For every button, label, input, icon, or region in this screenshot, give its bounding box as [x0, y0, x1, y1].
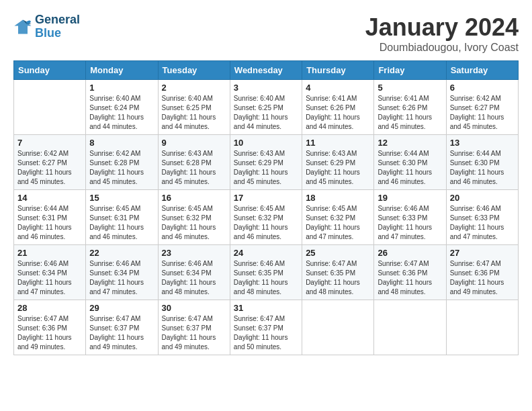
day-info: Sunrise: 6:46 AMSunset: 6:34 PMDaylight:…	[162, 259, 226, 297]
day-number: 6	[450, 83, 515, 93]
day-number: 20	[450, 193, 515, 203]
day-info: Sunrise: 6:44 AMSunset: 6:30 PMDaylight:…	[450, 149, 515, 187]
logo-text: General Blue	[35, 13, 80, 40]
calendar-cell: 25Sunrise: 6:47 AMSunset: 6:35 PMDayligh…	[302, 245, 374, 300]
location: Doumbiadougou, Ivory Coast	[365, 42, 519, 54]
day-info: Sunrise: 6:44 AMSunset: 6:30 PMDaylight:…	[378, 149, 442, 187]
day-number: 31	[234, 303, 298, 313]
day-info: Sunrise: 6:47 AMSunset: 6:37 PMDaylight:…	[89, 314, 154, 352]
day-number: 9	[162, 138, 226, 148]
week-row-1: 1Sunrise: 6:40 AMSunset: 6:24 PMDaylight…	[14, 80, 519, 135]
day-number: 7	[17, 138, 82, 148]
day-number: 29	[89, 303, 154, 313]
day-number: 30	[162, 303, 226, 313]
calendar-cell: 11Sunrise: 6:43 AMSunset: 6:29 PMDayligh…	[302, 135, 374, 190]
day-number: 18	[306, 193, 370, 203]
day-info: Sunrise: 6:43 AMSunset: 6:28 PMDaylight:…	[162, 149, 226, 187]
calendar-cell: 16Sunrise: 6:45 AMSunset: 6:32 PMDayligh…	[158, 190, 230, 245]
day-number: 15	[89, 193, 154, 203]
day-info: Sunrise: 6:47 AMSunset: 6:36 PMDaylight:…	[450, 259, 515, 297]
calendar-cell: 13Sunrise: 6:44 AMSunset: 6:30 PMDayligh…	[446, 135, 518, 190]
day-number: 22	[89, 248, 154, 258]
day-header-tuesday: Tuesday	[158, 61, 230, 80]
day-info: Sunrise: 6:45 AMSunset: 6:31 PMDaylight:…	[89, 204, 154, 242]
calendar-cell: 7Sunrise: 6:42 AMSunset: 6:27 PMDaylight…	[14, 135, 86, 190]
day-info: Sunrise: 6:45 AMSunset: 6:32 PMDaylight:…	[234, 204, 298, 242]
calendar-cell: 10Sunrise: 6:43 AMSunset: 6:29 PMDayligh…	[230, 135, 302, 190]
calendar-cell: 2Sunrise: 6:40 AMSunset: 6:25 PMDaylight…	[158, 80, 230, 135]
month-title: January 2024	[365, 13, 519, 42]
day-info: Sunrise: 6:40 AMSunset: 6:25 PMDaylight:…	[162, 94, 226, 132]
day-number: 23	[162, 248, 226, 258]
calendar-cell: 4Sunrise: 6:41 AMSunset: 6:26 PMDaylight…	[302, 80, 374, 135]
calendar-cell: 20Sunrise: 6:46 AMSunset: 6:33 PMDayligh…	[446, 190, 518, 245]
day-number: 16	[162, 193, 226, 203]
calendar-cell: 18Sunrise: 6:45 AMSunset: 6:32 PMDayligh…	[302, 190, 374, 245]
day-info: Sunrise: 6:42 AMSunset: 6:28 PMDaylight:…	[89, 149, 154, 187]
day-info: Sunrise: 6:43 AMSunset: 6:29 PMDaylight:…	[234, 149, 298, 187]
calendar-cell: 9Sunrise: 6:43 AMSunset: 6:28 PMDaylight…	[158, 135, 230, 190]
day-info: Sunrise: 6:45 AMSunset: 6:32 PMDaylight:…	[306, 204, 370, 242]
week-row-4: 21Sunrise: 6:46 AMSunset: 6:34 PMDayligh…	[14, 245, 519, 300]
calendar-cell: 14Sunrise: 6:44 AMSunset: 6:31 PMDayligh…	[14, 190, 86, 245]
logo-icon	[13, 17, 32, 36]
day-info: Sunrise: 6:46 AMSunset: 6:33 PMDaylight:…	[378, 204, 442, 242]
calendar-cell: 1Sunrise: 6:40 AMSunset: 6:24 PMDaylight…	[86, 80, 158, 135]
day-number: 12	[378, 138, 442, 148]
day-number: 14	[17, 193, 82, 203]
day-header-sunday: Sunday	[14, 61, 86, 80]
page-header: General Blue January 2024 Doumbiadougou,…	[13, 13, 519, 54]
day-number: 21	[17, 248, 82, 258]
day-info: Sunrise: 6:47 AMSunset: 6:37 PMDaylight:…	[162, 314, 226, 352]
calendar-cell: 24Sunrise: 6:46 AMSunset: 6:35 PMDayligh…	[230, 245, 302, 300]
calendar-cell: 28Sunrise: 6:47 AMSunset: 6:36 PMDayligh…	[14, 300, 86, 355]
day-number: 8	[89, 138, 154, 148]
calendar-table: SundayMondayTuesdayWednesdayThursdayFrid…	[13, 60, 519, 355]
calendar-cell	[302, 300, 374, 355]
calendar-cell: 27Sunrise: 6:47 AMSunset: 6:36 PMDayligh…	[446, 245, 518, 300]
day-header-thursday: Thursday	[302, 61, 374, 80]
day-number: 3	[234, 83, 298, 93]
calendar-cell	[374, 300, 446, 355]
day-info: Sunrise: 6:47 AMSunset: 6:35 PMDaylight:…	[306, 259, 370, 297]
day-info: Sunrise: 6:42 AMSunset: 6:27 PMDaylight:…	[450, 94, 515, 132]
day-info: Sunrise: 6:46 AMSunset: 6:34 PMDaylight:…	[17, 259, 82, 297]
day-header-monday: Monday	[86, 61, 158, 80]
day-number: 25	[306, 248, 370, 258]
day-header-wednesday: Wednesday	[230, 61, 302, 80]
calendar-cell	[14, 80, 86, 135]
day-number: 24	[234, 248, 298, 258]
day-info: Sunrise: 6:40 AMSunset: 6:24 PMDaylight:…	[89, 94, 154, 132]
day-info: Sunrise: 6:43 AMSunset: 6:29 PMDaylight:…	[306, 149, 370, 187]
day-info: Sunrise: 6:47 AMSunset: 6:36 PMDaylight:…	[378, 259, 442, 297]
calendar-cell: 19Sunrise: 6:46 AMSunset: 6:33 PMDayligh…	[374, 190, 446, 245]
day-number: 4	[306, 83, 370, 93]
calendar-cell: 30Sunrise: 6:47 AMSunset: 6:37 PMDayligh…	[158, 300, 230, 355]
day-number: 27	[450, 248, 515, 258]
calendar-cell: 17Sunrise: 6:45 AMSunset: 6:32 PMDayligh…	[230, 190, 302, 245]
calendar-cell: 6Sunrise: 6:42 AMSunset: 6:27 PMDaylight…	[446, 80, 518, 135]
day-number: 13	[450, 138, 515, 148]
week-row-5: 28Sunrise: 6:47 AMSunset: 6:36 PMDayligh…	[14, 300, 519, 355]
day-info: Sunrise: 6:41 AMSunset: 6:26 PMDaylight:…	[306, 94, 370, 132]
day-info: Sunrise: 6:46 AMSunset: 6:33 PMDaylight:…	[450, 204, 515, 242]
day-number: 19	[378, 193, 442, 203]
week-row-3: 14Sunrise: 6:44 AMSunset: 6:31 PMDayligh…	[14, 190, 519, 245]
calendar-cell: 31Sunrise: 6:47 AMSunset: 6:37 PMDayligh…	[230, 300, 302, 355]
calendar-cell: 5Sunrise: 6:41 AMSunset: 6:26 PMDaylight…	[374, 80, 446, 135]
calendar-header-row: SundayMondayTuesdayWednesdayThursdayFrid…	[14, 61, 519, 80]
calendar-cell: 15Sunrise: 6:45 AMSunset: 6:31 PMDayligh…	[86, 190, 158, 245]
day-number: 1	[89, 83, 154, 93]
calendar-cell: 12Sunrise: 6:44 AMSunset: 6:30 PMDayligh…	[374, 135, 446, 190]
calendar-cell	[446, 300, 518, 355]
day-header-saturday: Saturday	[446, 61, 518, 80]
logo: General Blue	[13, 13, 80, 40]
day-number: 5	[378, 83, 442, 93]
day-number: 28	[17, 303, 82, 313]
calendar-cell: 8Sunrise: 6:42 AMSunset: 6:28 PMDaylight…	[86, 135, 158, 190]
day-number: 11	[306, 138, 370, 148]
day-info: Sunrise: 6:45 AMSunset: 6:32 PMDaylight:…	[162, 204, 226, 242]
day-number: 26	[378, 248, 442, 258]
calendar-cell: 22Sunrise: 6:46 AMSunset: 6:34 PMDayligh…	[86, 245, 158, 300]
calendar-cell: 21Sunrise: 6:46 AMSunset: 6:34 PMDayligh…	[14, 245, 86, 300]
